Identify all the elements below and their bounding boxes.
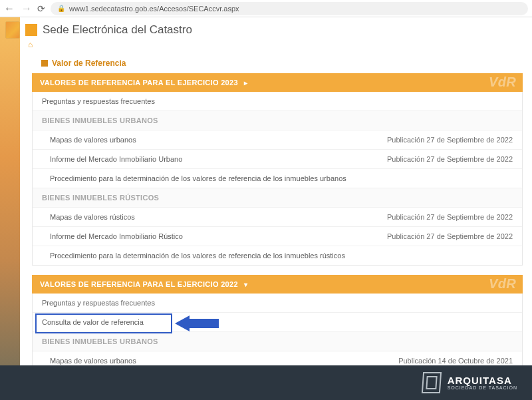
arquitasa-logo-icon (422, 372, 442, 393)
footer-brand: ARQUITASA (448, 375, 517, 385)
panel-2022-header[interactable]: VALORES DE REFERENCIA PARA EL EJERCICIO … (32, 275, 523, 294)
nav-arrows: ← → (4, 3, 32, 15)
row-faq-2023[interactable]: Preguntas y respuestas frecuentes (33, 92, 522, 111)
panel-2022-title: VALORES DE REFERENCIA PARA EL EJERCICIO … (40, 280, 238, 288)
row-faq-2022[interactable]: Preguntas y respuestas frecuentes (33, 294, 522, 313)
site-header: Sede Electrónica del Catastro (0, 17, 532, 40)
vdr-badge: VdR (489, 75, 516, 90)
lock-icon: 🔒 (57, 5, 65, 12)
row-consulta-2022[interactable]: Consulta de valor de referencia (33, 313, 522, 332)
browser-toolbar: ← → ⟳ 🔒 www1.sedecatastro.gob.es/Accesos… (0, 0, 532, 17)
section-rusticos-2023: BIENES INMUEBLES RÚSTICOS (33, 188, 522, 208)
row-mapas-urbanos-2022[interactable]: Mapas de valores urbanos Publicación 14 … (33, 351, 522, 365)
panel-2022-body: Preguntas y respuestas frecuentes Consul… (32, 294, 523, 365)
section-urbanos-2022: BIENES INMUEBLES URBANOS (33, 332, 522, 351)
chevron-right-icon: ▸ (244, 79, 247, 87)
vdr-badge: VdR (489, 276, 516, 292)
panel-2023-header[interactable]: VALORES DE REFERENCIA PARA EL EJERCICIO … (32, 73, 523, 92)
row-informe-rustico-2023[interactable]: Informe del Mercado Inmobiliario Rústico… (33, 227, 522, 246)
site-title: Sede Electrónica del Catastro (43, 23, 192, 37)
chevron-down-icon: ▾ (244, 281, 247, 288)
main-content: Valor de Referencia VALORES DE REFERENCI… (23, 52, 532, 365)
annotation-arrow-icon (175, 315, 219, 331)
left-decorative-strip (0, 17, 20, 365)
home-icon[interactable]: ⌂ (28, 40, 33, 49)
row-proc-rusticos-2023[interactable]: Procedimiento para la determinación de l… (33, 246, 522, 265)
page-title-text: Valor de Referencia (52, 59, 126, 68)
forward-button[interactable]: → (21, 3, 32, 15)
footer-text: ARQUITASA SOCIEDAD DE TASACIÓN (448, 375, 517, 390)
section-urbanos-2023: BIENES INMUEBLES URBANOS (33, 111, 522, 130)
page-body: Sede Electrónica del Catastro ⌂ Valor de… (0, 17, 532, 365)
footer: ARQUITASA SOCIEDAD DE TASACIÓN (0, 365, 532, 400)
page-title: Valor de Referencia (41, 59, 523, 68)
row-informe-urbano-2023[interactable]: Informe del Mercado Inmobiliario Urbano … (33, 150, 522, 169)
row-mapas-rusticos-2023[interactable]: Mapas de valores rústicos Publicación 27… (33, 208, 522, 227)
back-button[interactable]: ← (4, 3, 15, 15)
page-title-icon (41, 60, 48, 67)
row-proc-urbanos-2023[interactable]: Procedimiento para la determinación de l… (33, 169, 522, 188)
url-text: www1.sedecatastro.gob.es/Accesos/SECAccv… (69, 5, 239, 13)
panel-2023-body: Preguntas y respuestas frecuentes BIENES… (32, 92, 523, 266)
site-logo-icon (25, 24, 37, 36)
address-bar[interactable]: 🔒 www1.sedecatastro.gob.es/Accesos/SECAc… (51, 2, 528, 15)
panel-2023-title: VALORES DE REFERENCIA PARA EL EJERCICIO … (40, 79, 238, 87)
row-mapas-urbanos-2023[interactable]: Mapas de valores urbanos Publicación 27 … (33, 130, 522, 150)
reload-button[interactable]: ⟳ (37, 3, 45, 14)
footer-tagline: SOCIEDAD DE TASACIÓN (448, 385, 517, 390)
